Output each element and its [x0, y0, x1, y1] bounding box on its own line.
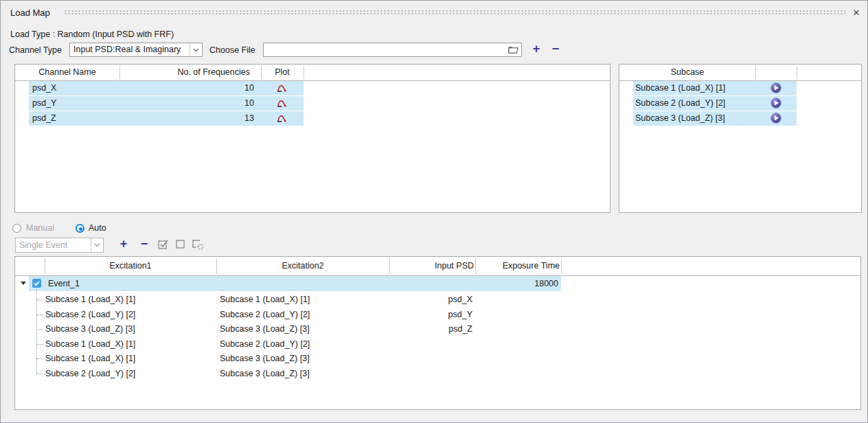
channel-type-select[interactable]: Input PSD:Real & Imaginary [69, 43, 203, 57]
tree-branch-line [36, 329, 43, 330]
event-checkbox[interactable] [32, 279, 41, 288]
play-icon[interactable] [770, 98, 781, 111]
column-header-exposure-time: Exposure Time [475, 261, 561, 271]
input-psd-cell: psd_Z [389, 324, 472, 334]
excitation1-cell: Subcase 1 (Load_X) [1] [45, 339, 135, 349]
input-psd-cell: psd_X [389, 295, 472, 304]
excitation1-cell: Subcase 3 (Load_Z) [3] [45, 324, 135, 334]
column-divider [45, 258, 45, 274]
remove-event-button[interactable]: − [137, 237, 152, 252]
chevron-down-icon [91, 238, 103, 252]
reset-selection-icon[interactable] [192, 239, 205, 252]
event-subcase-row[interactable]: Subcase 3 (Load_Z) [3] Subcase 3 (Load_Z… [15, 322, 860, 336]
subcase-row[interactable]: Subcase 2 (Load_Y) [2] [619, 96, 861, 111]
excitation1-cell: Subcase 1 (Load_X) [1] [45, 295, 135, 304]
choose-file-label: Choose File [209, 45, 255, 55]
column-divider [261, 66, 262, 79]
event-subcase-row[interactable]: Subcase 2 (Load_Y) [2] Subcase 3 (Load_Z… [15, 367, 860, 381]
load-type-label: Load Type : Random (Input PSD with FRF) [10, 30, 174, 39]
plot-icon[interactable] [277, 98, 288, 110]
channel-row[interactable]: psd_X 10 [15, 81, 610, 95]
event-subcase-row[interactable]: Subcase 1 (Load_X) [1] Subcase 1 (Load_X… [15, 293, 860, 307]
tree-branch-line [36, 344, 43, 345]
tree-branch-line [36, 315, 43, 315]
input-psd-cell: psd_Y [389, 310, 472, 319]
excitation2-cell: Subcase 2 (Load_Y) [2] [220, 339, 310, 349]
channels-table-header: Channel Name No. of Frequencies Plot [15, 65, 610, 81]
select-all-checkbox-icon[interactable] [158, 239, 170, 251]
tree-branch-line [36, 374, 43, 374]
manual-radio-label: Manual [26, 223, 54, 233]
event-table: Excitation1 Excitation2 Input PSD Exposu… [14, 256, 861, 410]
column-header-channel-name: Channel Name [15, 67, 119, 77]
drag-handle[interactable] [64, 10, 845, 15]
event-name: Event_1 [48, 279, 80, 288]
column-header-subcase: Subcase [619, 67, 755, 77]
channel-row[interactable]: psd_Z 13 [15, 111, 610, 126]
channel-type-label: Channel Type [9, 45, 62, 55]
column-divider [755, 66, 756, 79]
excitation2-cell: Subcase 3 (Load_Z) [3] [220, 369, 310, 378]
load-map-dialog: Load Map ✕ Load Type : Random (Input PSD… [0, 0, 868, 423]
subcase-table-header: Subcase [619, 65, 861, 81]
event-row[interactable]: Event_1 18000 [15, 276, 860, 291]
subcase-label: Subcase 3 (Load_Z) [3] [635, 113, 725, 123]
channel-name-cell: psd_X [32, 83, 56, 93]
column-divider [389, 258, 390, 274]
column-divider [475, 258, 476, 274]
excitation1-cell: Subcase 2 (Load_Y) [2] [45, 369, 135, 378]
frequency-count-cell: 10 [119, 98, 254, 108]
column-header-excitation1: Excitation1 [45, 261, 216, 271]
column-header-excitation2: Excitation2 [216, 261, 389, 271]
frequency-count-cell: 10 [119, 83, 254, 93]
close-icon[interactable]: ✕ [849, 6, 863, 20]
choose-file-input[interactable] [263, 43, 522, 57]
event-subcase-row[interactable]: Subcase 2 (Load_Y) [2] Subcase 2 (Load_Y… [15, 308, 860, 322]
deselect-all-checkbox-icon[interactable] [176, 240, 185, 251]
tree-expander-icon[interactable] [21, 282, 26, 285]
column-header-input-psd: Input PSD [389, 261, 475, 271]
frequency-count-cell: 13 [119, 113, 254, 123]
play-icon[interactable] [770, 82, 781, 95]
column-header-plot: Plot [261, 67, 304, 77]
page-title: Load Map [10, 8, 50, 18]
remove-channel-button[interactable]: − [548, 42, 563, 57]
event-subcase-row[interactable]: Subcase 1 (Load_X) [1] Subcase 3 (Load_Z… [15, 352, 860, 366]
add-event-button[interactable]: + [116, 237, 131, 252]
add-channel-button[interactable]: + [529, 42, 544, 57]
play-icon[interactable] [770, 113, 781, 126]
subcase-table: Subcase Subcase 1 (Load_X) [1] Subcase 2… [619, 64, 862, 213]
channel-row[interactable]: psd_Y 10 [15, 96, 610, 111]
folder-browse-icon[interactable] [507, 45, 518, 56]
channel-name-cell: psd_Y [32, 98, 56, 108]
event-type-value: Single Event [19, 240, 67, 250]
event-table-header: Excitation1 Excitation2 Input PSD Exposu… [15, 257, 860, 276]
column-header-frequencies: No. of Frequencies [119, 67, 255, 77]
excitation2-cell: Subcase 1 (Load_X) [1] [220, 295, 310, 304]
plot-icon[interactable] [277, 113, 288, 125]
column-divider [216, 258, 217, 274]
column-divider [304, 66, 304, 79]
excitation2-cell: Subcase 3 (Load_Z) [3] [220, 324, 310, 334]
channels-table: Channel Name No. of Frequencies Plot psd… [14, 64, 610, 213]
subcase-row[interactable]: Subcase 1 (Load_X) [1] [619, 81, 861, 95]
channel-name-cell: psd_Z [32, 113, 56, 123]
subcase-label: Subcase 1 (Load_X) [1] [635, 83, 725, 93]
plot-icon[interactable] [277, 83, 288, 95]
column-divider [561, 258, 562, 274]
channel-type-value: Input PSD:Real & Imaginary [73, 45, 181, 54]
column-divider [797, 66, 797, 79]
tree-branch-line [36, 299, 43, 300]
column-divider [119, 66, 120, 79]
auto-radio-label: Auto [89, 223, 106, 233]
subcase-row[interactable]: Subcase 3 (Load_Z) [3] [619, 111, 861, 126]
chevron-down-icon [190, 43, 202, 56]
excitation2-cell: Subcase 2 (Load_Y) [2] [220, 310, 310, 319]
manual-radio[interactable] [12, 224, 21, 233]
excitation1-cell: Subcase 1 (Load_X) [1] [45, 354, 135, 363]
event-subcase-row[interactable]: Subcase 1 (Load_X) [1] Subcase 2 (Load_Y… [15, 337, 860, 352]
tree-branch-line [36, 358, 43, 359]
event-type-select[interactable]: Single Event [15, 238, 104, 253]
auto-radio[interactable] [76, 224, 84, 233]
excitation1-cell: Subcase 2 (Load_Y) [2] [45, 310, 135, 319]
